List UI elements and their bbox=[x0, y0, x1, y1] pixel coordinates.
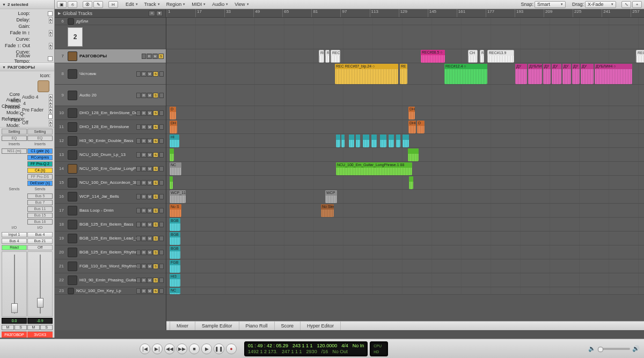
audio-region[interactable] bbox=[409, 176, 413, 189]
io-slot[interactable]: Bus 4 bbox=[27, 232, 53, 237]
audio-region[interactable]: CH bbox=[468, 50, 478, 63]
rec-enable-button[interactable]: R bbox=[141, 264, 147, 269]
rec-enable-button[interactable]: R bbox=[141, 166, 147, 171]
solo-button[interactable]: S bbox=[153, 152, 158, 158]
rec-enable-button[interactable]: R bbox=[141, 250, 147, 255]
freeze-button[interactable] bbox=[159, 250, 164, 255]
audio-region[interactable]: REC#08.5 ○ bbox=[421, 50, 445, 63]
strip-name[interactable]: РАЗГОВОР bbox=[2, 331, 27, 338]
audio-region[interactable]: RE bbox=[400, 64, 407, 84]
audio-region[interactable]: NC bbox=[170, 288, 180, 294]
tool-replace-icon[interactable]: H bbox=[108, 1, 118, 8]
track-name[interactable]: Bass Loop - Dmin bbox=[79, 208, 136, 213]
send-slot[interactable]: Bus 15 bbox=[27, 213, 53, 218]
audio-region[interactable] bbox=[380, 135, 386, 147]
track-header[interactable]: 16WCP_114_Jar_BellsRMS bbox=[55, 190, 166, 204]
bar-ruler[interactable]: 1173349658197113129145161177193209225241… bbox=[166, 9, 644, 18]
freeze-button[interactable] bbox=[159, 138, 164, 144]
rec-enable-button[interactable]: R bbox=[141, 124, 147, 130]
audio-region[interactable]: REC#13.9 bbox=[487, 50, 514, 63]
audio-region[interactable]: WCP bbox=[325, 190, 337, 203]
audio-region[interactable]: ДУБЛИ# ○ bbox=[528, 64, 542, 84]
freeze-button[interactable] bbox=[159, 93, 164, 98]
track-lane[interactable] bbox=[166, 148, 644, 162]
track-icon[interactable] bbox=[68, 206, 77, 215]
rec-enable-button[interactable]: R bbox=[141, 194, 147, 199]
mute-button[interactable]: M bbox=[147, 110, 152, 116]
editor-tab[interactable]: Sample Editor bbox=[195, 322, 239, 331]
audio-region[interactable] bbox=[356, 135, 360, 147]
menu-midi[interactable]: MIDI bbox=[189, 1, 209, 8]
track-lane[interactable] bbox=[166, 190, 644, 204]
tool-pointer-icon[interactable]: ▣ bbox=[57, 1, 67, 8]
mute-button[interactable]: M bbox=[147, 166, 152, 171]
audio-region[interactable] bbox=[396, 135, 400, 147]
hide-button[interactable] bbox=[136, 288, 141, 294]
audio-region[interactable]: ДУ bbox=[515, 64, 527, 84]
track-name[interactable]: NCU_100_Dm_Key_Lp bbox=[76, 288, 136, 293]
audio-region[interactable]: BGB bbox=[170, 218, 180, 231]
audio-region[interactable]: HI bbox=[170, 135, 179, 147]
rec-enable-button[interactable]: R bbox=[141, 288, 147, 294]
mute-button[interactable]: M bbox=[147, 264, 152, 269]
audio-region[interactable] bbox=[408, 148, 419, 161]
track-icon[interactable] bbox=[68, 69, 77, 79]
rec-enable-button[interactable]: R bbox=[141, 222, 147, 227]
io-slot[interactable]: Bus 4 bbox=[2, 238, 27, 244]
audio-region[interactable]: D bbox=[170, 107, 176, 120]
hide-button[interactable] bbox=[136, 194, 141, 199]
track-header[interactable]: 14NCU_100_Em_Guitar_LongPhraseRMS bbox=[55, 162, 166, 176]
insert-slot[interactable] bbox=[2, 155, 27, 160]
strip-name[interactable]: 3VOX3 bbox=[27, 331, 53, 338]
audio-region[interactable]: ДУ bbox=[581, 64, 594, 84]
hide-button[interactable] bbox=[136, 208, 141, 213]
freeze-button[interactable] bbox=[159, 110, 164, 116]
audio-region[interactable]: REC bbox=[331, 50, 340, 63]
audio-region[interactable]: NCU_100_Em_Guitar_LongPhrase.1 88 bbox=[336, 162, 412, 175]
mute-button[interactable]: M bbox=[147, 152, 152, 158]
send-slot[interactable]: Bus 7 bbox=[27, 200, 53, 205]
rec-enable-button[interactable]: R bbox=[141, 71, 147, 77]
track-header[interactable]: 13NCU_100_Drum_Lp_13RMS bbox=[55, 148, 166, 162]
region-lane-area[interactable]: RERRECREC#08.5 ○CHRREC#13.9RECREC#1RECRE… bbox=[166, 18, 644, 321]
rec-enable-button[interactable]: R bbox=[141, 208, 147, 213]
track-name[interactable]: дубли bbox=[76, 19, 164, 24]
rec-enable-button[interactable]: R bbox=[141, 152, 147, 158]
snap-select[interactable]: Smart bbox=[535, 1, 566, 8]
menu-track[interactable]: Track bbox=[142, 1, 163, 8]
track-lane[interactable] bbox=[166, 18, 644, 25]
rec-enable-button[interactable]: R bbox=[147, 54, 152, 59]
mute-button[interactable]: M bbox=[147, 222, 152, 227]
track-header[interactable]: 15NCU_100_Dm_Accordeon_38RMS bbox=[55, 176, 166, 190]
stop-button[interactable]: ■ bbox=[189, 344, 200, 354]
audio-region[interactable]: REC REC#07_bip.24 ○ bbox=[335, 64, 398, 84]
lcd-position[interactable]: 01 : 49 : 42 : 05.29243 1 1 1120.00004/4… bbox=[244, 341, 368, 356]
solo-button[interactable]: S bbox=[153, 250, 158, 255]
freeze-button[interactable] bbox=[159, 236, 164, 241]
audio-region[interactable] bbox=[336, 135, 340, 147]
track-icon[interactable] bbox=[68, 122, 77, 132]
mute-button[interactable]: M bbox=[152, 54, 158, 59]
solo-button[interactable]: S bbox=[153, 278, 158, 283]
send-slot[interactable] bbox=[2, 213, 27, 218]
insert-slot[interactable]: DeEsser (s) bbox=[27, 181, 53, 186]
hide-button[interactable] bbox=[142, 54, 146, 59]
track-name[interactable]: NCU_100_Em_Guitar_LongPhrase bbox=[79, 166, 136, 171]
track-header[interactable]: 23NCU_100_Dm_Key_LpRMS bbox=[55, 287, 166, 295]
hide-button[interactable] bbox=[136, 93, 141, 98]
inspector-region-header[interactable]: 2 selected bbox=[0, 0, 54, 9]
inspector-track-header[interactable]: РАЗГОВОРЫ bbox=[0, 63, 54, 71]
insert-slot[interactable] bbox=[2, 161, 27, 167]
hide-button[interactable] bbox=[136, 180, 141, 185]
hide-button[interactable] bbox=[136, 250, 141, 255]
solo-button[interactable]: S bbox=[153, 180, 158, 185]
setting-button[interactable]: Setting bbox=[2, 129, 27, 135]
audio-region[interactable] bbox=[371, 135, 377, 147]
audio-region[interactable]: WCP_114 bbox=[170, 190, 186, 203]
track-name[interactable]: WCP_114_Jar_Bells bbox=[79, 194, 136, 199]
track-icon[interactable] bbox=[68, 262, 77, 271]
track-name[interactable]: DHO_128_Em_BrimStone_Dub_Skank bbox=[79, 110, 136, 115]
track-lane[interactable] bbox=[166, 259, 644, 273]
global-tracks-header[interactable]: Global Tracks +▾ bbox=[55, 9, 166, 18]
tool-auto-icon[interactable]: ✎ bbox=[93, 1, 103, 8]
